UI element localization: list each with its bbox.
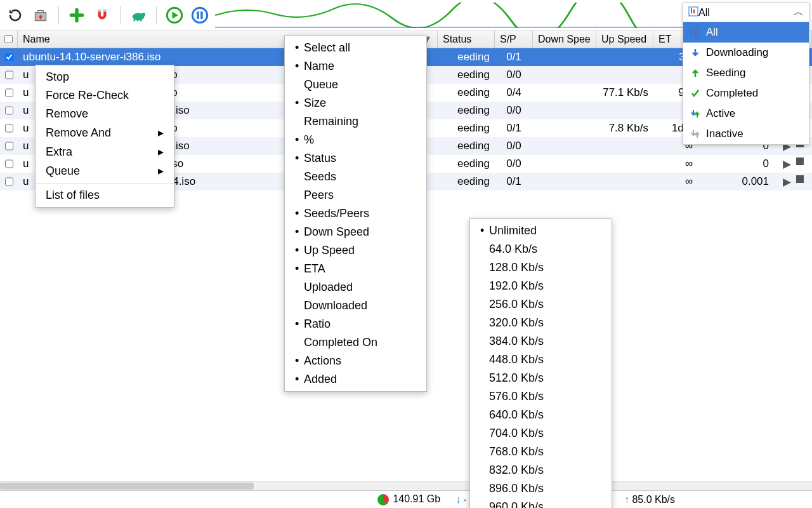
column-toggle-size[interactable]: Size bbox=[285, 94, 426, 112]
active-icon bbox=[690, 108, 701, 119]
status-bar: 140.91 Gb ↓ - ↑ 85.0 Kb/s bbox=[0, 490, 812, 508]
row-checkbox[interactable] bbox=[5, 106, 13, 115]
start-all-button[interactable] bbox=[164, 5, 185, 25]
check-icon bbox=[690, 88, 701, 99]
column-toggle-name[interactable]: Name bbox=[285, 57, 426, 76]
menu-item-stop[interactable]: Stop bbox=[36, 68, 174, 86]
bullet-icon bbox=[295, 152, 304, 165]
filter-item-inactive[interactable]: Inactive bbox=[683, 124, 809, 144]
bullet-icon bbox=[295, 262, 304, 276]
bullet-icon bbox=[295, 354, 304, 368]
row-checkbox[interactable] bbox=[5, 88, 13, 97]
torrent-up-speed bbox=[596, 163, 653, 165]
speed-option[interactable]: 384.0 Kb/s bbox=[470, 332, 612, 351]
speed-option[interactable]: 448.0 Kb/s bbox=[470, 351, 612, 369]
column-toggle-completed-on[interactable]: Completed On bbox=[285, 333, 426, 352]
menu-item-remove-and[interactable]: Remove And▸ bbox=[36, 123, 174, 142]
play-icon[interactable]: ▶ bbox=[783, 157, 791, 171]
add-button[interactable] bbox=[67, 5, 87, 25]
menu-item-queue[interactable]: Queue▸ bbox=[36, 161, 174, 180]
filter-item-completed[interactable]: Completed bbox=[683, 83, 809, 104]
column-toggle-seeds[interactable]: Seeds bbox=[285, 168, 426, 186]
speed-option[interactable]: 832.0 Kb/s bbox=[470, 461, 612, 479]
bullet-icon bbox=[295, 373, 304, 386]
speed-option[interactable]: 320.0 Kb/s bbox=[470, 314, 612, 332]
column-toggle-queue[interactable]: Queue bbox=[285, 76, 426, 94]
column-toggle-actions[interactable]: Actions bbox=[285, 352, 426, 370]
column-toggle-peers[interactable]: Peers bbox=[285, 186, 426, 204]
speed-option[interactable]: 128.0 Kb/s bbox=[470, 258, 612, 277]
torrent-sp: 0/4 bbox=[495, 85, 533, 100]
column-toggle-ratio[interactable]: Ratio bbox=[285, 315, 426, 333]
speed-option[interactable]: 256.0 Kb/s bbox=[470, 295, 612, 314]
column-toggle-uploaded[interactable]: Uploaded bbox=[285, 278, 426, 297]
speed-option[interactable]: 512.0 Kb/s bbox=[470, 369, 612, 387]
filter-item-active[interactable]: Active bbox=[683, 104, 809, 124]
torrent-sp: 0/0 bbox=[495, 138, 533, 154]
speed-option[interactable]: 64.0 Kb/s bbox=[470, 240, 612, 258]
row-checkbox[interactable] bbox=[5, 177, 13, 186]
column-down-speed[interactable]: Down Spee bbox=[533, 30, 596, 48]
row-checkbox[interactable] bbox=[5, 159, 13, 168]
column-toggle-status[interactable]: Status bbox=[285, 149, 426, 168]
column-up-speed[interactable]: Up Speed bbox=[596, 30, 653, 48]
torrent-eta: ∞ bbox=[653, 174, 698, 189]
speed-option[interactable]: 640.0 Kb/s bbox=[470, 406, 612, 424]
total-size: 140.91 Gb bbox=[377, 493, 440, 505]
column-toggle-added[interactable]: Added bbox=[285, 370, 426, 389]
menu-item-remove[interactable]: Remove bbox=[36, 105, 174, 123]
column-toggle-remaining[interactable]: Remaining bbox=[285, 112, 426, 131]
column-toggle-select-all[interactable]: Select all bbox=[285, 39, 426, 57]
speed-option[interactable]: 960.0 Kb/s bbox=[470, 498, 612, 508]
column-toggle-seeds-peers[interactable]: Seeds/Peers bbox=[285, 204, 426, 223]
speed-option[interactable]: Unlimited bbox=[470, 222, 612, 240]
pie-chart-icon bbox=[377, 494, 389, 505]
filter-item-seeding[interactable]: Seeding bbox=[683, 63, 809, 83]
speed-option[interactable]: 576.0 Kb/s bbox=[470, 387, 612, 406]
column-toggle-down-speed[interactable]: Down Speed bbox=[285, 223, 426, 241]
row-checkbox[interactable] bbox=[5, 124, 13, 133]
open-button[interactable] bbox=[30, 5, 51, 25]
filter-header[interactable]: All ︿ bbox=[683, 3, 809, 22]
pause-all-button[interactable] bbox=[190, 5, 210, 25]
speed-option[interactable]: 192.0 Kb/s bbox=[470, 277, 612, 295]
menu-item-force-re-check[interactable]: Force Re-Check bbox=[36, 86, 174, 105]
menu-item-extra[interactable]: Extra▸ bbox=[36, 142, 174, 161]
menu-item-list-of-files[interactable]: List of files bbox=[36, 186, 174, 204]
filter-header-label: All bbox=[698, 7, 710, 18]
row-checkbox[interactable] bbox=[5, 70, 13, 79]
torrent-down-speed bbox=[533, 74, 596, 76]
separator bbox=[120, 6, 121, 24]
speed-option[interactable]: 704.0 Kb/s bbox=[470, 424, 612, 443]
torrent-sp: 0/0 bbox=[495, 156, 533, 171]
refresh-button[interactable] bbox=[5, 5, 25, 25]
column-status[interactable]: Status bbox=[438, 30, 495, 48]
filter-item-all[interactable]: All bbox=[683, 22, 809, 43]
turtle-button[interactable] bbox=[128, 5, 148, 25]
row-checkbox[interactable] bbox=[5, 53, 13, 62]
column-toggle-downloaded[interactable]: Downloaded bbox=[285, 297, 426, 315]
download-speed-status[interactable]: ↓ - bbox=[455, 494, 467, 505]
stop-icon[interactable] bbox=[796, 175, 804, 183]
column-sp[interactable]: S/P bbox=[495, 30, 533, 48]
row-checkbox[interactable] bbox=[5, 142, 13, 150]
filter-item-downloading[interactable]: Downloading bbox=[683, 43, 809, 63]
speed-option[interactable]: 768.0 Kb/s bbox=[470, 443, 612, 461]
magnet-button[interactable] bbox=[92, 5, 112, 25]
stop-icon[interactable] bbox=[796, 157, 804, 165]
torrent-up-speed: 77.1 Kb/s bbox=[596, 85, 653, 100]
horizontal-scrollbar[interactable] bbox=[0, 481, 812, 490]
column-check[interactable] bbox=[0, 30, 18, 48]
column-toggle--[interactable]: % bbox=[285, 131, 426, 149]
svg-rect-2 bbox=[103, 10, 106, 11]
play-icon[interactable]: ▶ bbox=[783, 175, 791, 189]
column-toggle-eta[interactable]: ETA bbox=[285, 260, 426, 278]
select-all-checkbox[interactable] bbox=[4, 35, 13, 43]
upload-speed-status[interactable]: ↑ 85.0 Kb/s bbox=[624, 494, 675, 505]
bullet-icon bbox=[295, 225, 304, 239]
speed-option[interactable]: 896.0 Kb/s bbox=[470, 479, 612, 498]
torrent-progress: 0.001 bbox=[698, 174, 774, 189]
svg-rect-11 bbox=[691, 8, 692, 13]
scrollbar-thumb[interactable] bbox=[0, 483, 254, 490]
column-toggle-up-speed[interactable]: Up Speed bbox=[285, 241, 426, 260]
